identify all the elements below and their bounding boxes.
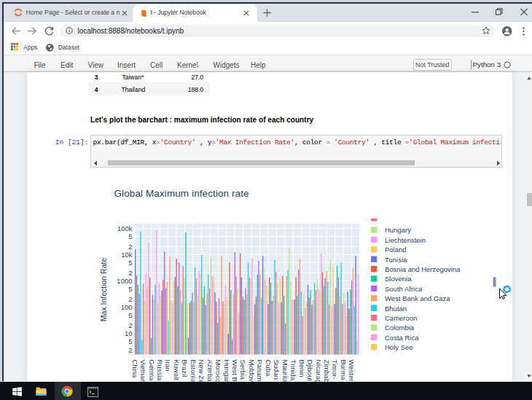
svg-text:Burma: Burma <box>340 360 348 381</box>
svg-text:China: China <box>131 360 139 379</box>
svg-text:Liechtenstein: Liechtenstein <box>385 236 426 244</box>
svg-text:Maurita: Maurita <box>281 360 289 383</box>
svg-text:Brazil: Brazil <box>181 360 189 377</box>
svg-text:Azerba: Azerba <box>206 360 214 383</box>
svg-text:10: 10 <box>125 329 133 337</box>
svg-text:Sudan: Sudan <box>273 360 281 380</box>
svg-text:Zimbab: Zimbab <box>323 360 331 383</box>
svg-text:2: 2 <box>128 346 132 354</box>
svg-text:Kuwait: Kuwait <box>173 360 181 381</box>
svg-text:5: 5 <box>128 232 132 240</box>
svg-text:2: 2 <box>128 321 132 329</box>
svg-text:5: 5 <box>128 285 132 293</box>
svg-text:Hungary: Hungary <box>385 226 411 234</box>
svg-text:Estonia: Estonia <box>189 360 197 383</box>
svg-text:Serbia: Serbia <box>239 360 247 380</box>
svg-text:Colombia: Colombia <box>385 323 415 332</box>
svg-text:Wester: Wester <box>348 360 356 382</box>
svg-text:Morocc: Morocc <box>214 360 222 383</box>
svg-text:South Africa: South Africa <box>385 285 423 293</box>
svg-text:Bhutan: Bhutan <box>385 305 407 313</box>
svg-text:Cameroon: Cameroon <box>385 314 417 322</box>
svg-text:Panam: Panam <box>256 360 264 382</box>
svg-text:100: 100 <box>121 303 133 311</box>
svg-text:Holy See: Holy See <box>385 343 413 351</box>
svg-text:Bosnia and Herzegovina: Bosnia and Herzegovina <box>385 265 461 273</box>
svg-text:Moldov: Moldov <box>248 360 256 383</box>
svg-text:10k: 10k <box>121 251 133 259</box>
svg-text:Cuba: Cuba <box>265 360 273 377</box>
svg-text:Hungar: Hungar <box>223 360 231 383</box>
svg-text:Max Infection Rate: Max Infection Rate <box>99 258 108 322</box>
svg-text:1000: 1000 <box>117 277 132 285</box>
svg-text:Costa Rica: Costa Rica <box>385 334 419 342</box>
svg-text:Benin: Benin <box>298 360 306 377</box>
svg-text:Trinida: Trinida <box>289 360 297 381</box>
svg-text:Nicarag: Nicarag <box>315 360 323 384</box>
svg-text:West Bank and Gaza: West Bank and Gaza <box>385 294 450 302</box>
svg-text:5: 5 <box>128 311 132 319</box>
svg-text:Timor-: Timor- <box>331 360 339 380</box>
svg-text:5: 5 <box>128 259 132 267</box>
svg-text:2: 2 <box>128 243 132 251</box>
svg-text:Global Maximum infection rate: Global Maximum infection rate <box>114 188 249 199</box>
svg-text:West B: West B <box>231 360 239 382</box>
svg-text:Germa: Germa <box>148 360 156 382</box>
svg-text:100k: 100k <box>117 224 133 232</box>
svg-text:2: 2 <box>128 269 132 277</box>
svg-text:New Ze: New Ze <box>197 360 206 384</box>
svg-text:Tunisia: Tunisia <box>385 256 407 264</box>
svg-text:Russia: Russia <box>156 360 164 382</box>
svg-text:2: 2 <box>128 295 132 303</box>
svg-text:5: 5 <box>128 337 132 345</box>
svg-text:Iran: Iran <box>164 360 172 372</box>
svg-text:Poland: Poland <box>385 246 407 254</box>
svg-text:Slovenia: Slovenia <box>385 275 412 283</box>
svg-text:Djibout: Djibout <box>306 360 314 382</box>
